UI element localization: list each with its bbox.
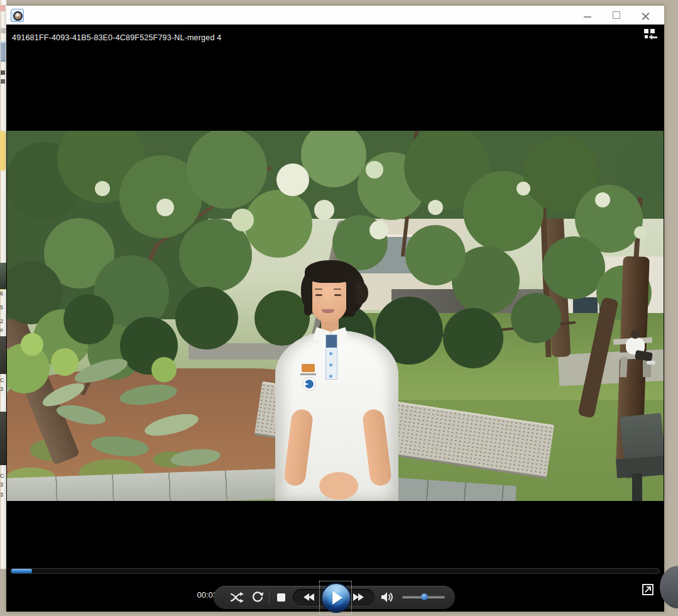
progress-fill bbox=[11, 569, 32, 573]
scene-shirt-button bbox=[329, 363, 332, 366]
fast-forward-icon[interactable] bbox=[358, 593, 364, 601]
stop-button[interactable] bbox=[277, 593, 285, 602]
scene-shirt-logo-globe bbox=[302, 377, 316, 391]
sliver-fragment: 6 bbox=[0, 290, 6, 297]
close-button[interactable] bbox=[636, 8, 655, 23]
video-title: 491681FF-4093-41B5-83E0-4C89F525F793-NL-… bbox=[12, 33, 221, 42]
sliver-gray-mark bbox=[1, 28, 6, 33]
document-icon bbox=[1, 41, 6, 62]
rewind-icon[interactable] bbox=[309, 593, 314, 601]
scene-person-eyebrow bbox=[334, 289, 341, 290]
fullscreen-button[interactable] bbox=[642, 584, 653, 595]
video-thumbnail bbox=[0, 263, 6, 289]
scene-seated-person bbox=[631, 330, 640, 339]
scene-seated-person bbox=[647, 361, 655, 365]
elapsed-time: 00:03 bbox=[182, 590, 217, 600]
video-frame[interactable] bbox=[7, 131, 664, 501]
sliver-pink-mark bbox=[0, 5, 5, 11]
video-thumbnail bbox=[0, 412, 6, 465]
volume-slider[interactable] bbox=[402, 596, 445, 598]
sliver-fragment: C bbox=[0, 473, 6, 479]
sliver-text-mark bbox=[1, 79, 5, 84]
media-player-window: 491681FF-4093-41B5-83E0-4C89F525F793-NL-… bbox=[6, 5, 664, 612]
scene-person-hands bbox=[319, 472, 358, 500]
sliver-fragment: 3 bbox=[0, 386, 6, 392]
scene-foreground-bench bbox=[632, 473, 642, 501]
sliver-fragment: 3 bbox=[0, 481, 6, 488]
background-window-sliver[interactable]: 6 5 2 n C 3 C 3 3 bbox=[0, 0, 6, 569]
repeat-button[interactable] bbox=[251, 591, 264, 603]
play-button[interactable] bbox=[321, 583, 351, 613]
scene-person-hair bbox=[346, 275, 356, 317]
yellow-sticker bbox=[0, 131, 6, 171]
sliver-fragment: n bbox=[0, 327, 6, 333]
scene-distant-bench bbox=[620, 357, 628, 378]
scene-person-placket bbox=[325, 334, 337, 380]
scene-person-mouth bbox=[322, 309, 334, 313]
scene-person-hair bbox=[304, 277, 312, 316]
transport-controls bbox=[214, 586, 455, 609]
sliver-text-mark bbox=[1, 70, 5, 75]
mute-button[interactable] bbox=[381, 591, 395, 603]
divider bbox=[269, 590, 270, 605]
scene-shirt-button bbox=[329, 375, 332, 378]
scene-person-eye bbox=[315, 294, 322, 296]
volume-knob[interactable] bbox=[421, 593, 428, 600]
maximize-button[interactable] bbox=[607, 8, 626, 23]
switch-to-library-icon[interactable] bbox=[642, 29, 659, 41]
video-thumbnail bbox=[0, 336, 6, 374]
sliver-fragment: C bbox=[0, 377, 6, 383]
scene-shirt-logo-text bbox=[300, 373, 316, 375]
sliver-fragment: 2 bbox=[0, 318, 6, 324]
scene-person-eye bbox=[334, 294, 341, 296]
sliver-fragment: 3 bbox=[0, 492, 6, 498]
shuffle-button[interactable] bbox=[230, 592, 245, 603]
desktop: 6 5 2 n C 3 C 3 3 491681FF-4093-41B5-83E… bbox=[0, 0, 678, 616]
scene-shirt-logo-orange bbox=[302, 364, 315, 372]
minimize-button[interactable] bbox=[578, 8, 597, 23]
sliver-fragment: 5 bbox=[0, 304, 6, 311]
player-surface: 491681FF-4093-41B5-83E0-4C89F525F793-NL-… bbox=[6, 25, 664, 612]
seek-bar[interactable] bbox=[10, 568, 660, 574]
scene-shirt-button bbox=[329, 352, 332, 355]
scene-person-eyebrow bbox=[315, 289, 322, 290]
wmp-app-icon bbox=[11, 9, 24, 22]
titlebar[interactable] bbox=[6, 6, 664, 25]
